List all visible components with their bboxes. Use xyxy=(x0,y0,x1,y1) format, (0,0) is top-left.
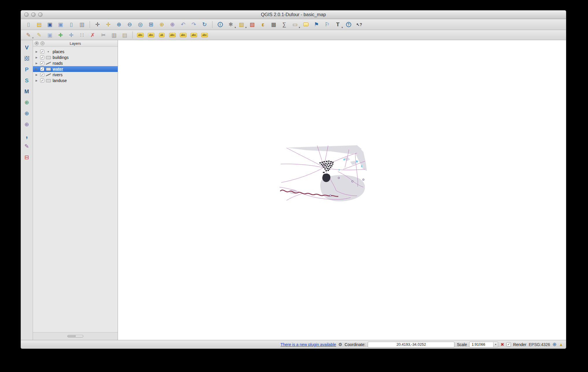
map-tips-button[interactable] xyxy=(300,20,311,29)
text-annotation-button[interactable]: T xyxy=(332,20,343,29)
node-tool-button[interactable]: ∷ xyxy=(77,31,87,39)
expand-arrow-icon[interactable] xyxy=(36,62,38,65)
coordinate-input[interactable] xyxy=(368,342,454,347)
select-by-expression-button[interactable]: ε xyxy=(258,20,268,29)
cut-features-button[interactable]: ✂ xyxy=(98,31,109,39)
move-label-button[interactable]: abc xyxy=(178,31,188,39)
layer-visibility-checkbox[interactable] xyxy=(40,50,44,54)
measure-button[interactable]: ▭ xyxy=(290,20,300,29)
change-label-properties-button[interactable]: abc xyxy=(146,31,156,39)
layer-visibility-checkbox[interactable] xyxy=(40,73,44,77)
toolbar-button-icon: abc xyxy=(169,33,176,37)
render-checkbox[interactable] xyxy=(506,342,511,347)
add-delimited-text-layer-button[interactable]: , xyxy=(21,131,32,140)
toggle-editing-button[interactable]: ✎ xyxy=(34,31,45,39)
add-wms-layer-button[interactable]: ⊕ xyxy=(21,98,32,107)
open-project-button[interactable]: ▤ xyxy=(34,20,45,29)
message-log-icon[interactable] xyxy=(559,342,563,347)
expand-arrow-icon[interactable] xyxy=(36,51,38,53)
refresh-map-button[interactable]: ↻ xyxy=(199,20,210,29)
scale-combobox[interactable]: 1:91066 xyxy=(469,342,498,347)
scale-combo-arrow-icon[interactable] xyxy=(493,342,498,347)
tab-layers[interactable] xyxy=(67,335,75,337)
expand-arrow-icon[interactable] xyxy=(36,56,38,59)
zoom-window-button[interactable] xyxy=(38,12,42,17)
save-project-as-button[interactable]: ▣ xyxy=(55,20,66,29)
add-feature-button[interactable]: ✚ xyxy=(55,31,66,39)
zoom-to-layer-button[interactable]: ⊕ xyxy=(167,20,178,29)
new-shapefile-layer-button[interactable]: ✎ xyxy=(21,142,32,150)
add-vector-layer-button[interactable]: V xyxy=(21,43,32,52)
map-canvas[interactable] xyxy=(118,40,566,340)
paste-features-button[interactable]: ▤ xyxy=(119,31,130,39)
new-plugin-link[interactable]: There is a new plugin available xyxy=(280,342,336,347)
add-wcs-layer-button[interactable]: ⊕ xyxy=(21,109,32,118)
zoom-out-button[interactable]: ⊖ xyxy=(124,20,135,29)
select-features-button[interactable]: ▧ xyxy=(236,20,247,29)
highlight-pinned-labels-button[interactable]: abc xyxy=(167,31,178,39)
close-window-button[interactable] xyxy=(24,12,29,17)
plugin-icon[interactable] xyxy=(339,342,342,347)
tab-browser[interactable] xyxy=(75,335,83,337)
toolbar-button-icon: V xyxy=(25,45,29,50)
save-layer-edits-button[interactable]: ▣ xyxy=(45,31,55,39)
zoom-full-button[interactable]: ⊞ xyxy=(146,20,156,29)
copy-features-button[interactable]: ▥ xyxy=(109,31,119,39)
expand-arrow-icon[interactable] xyxy=(36,79,38,82)
coordinate-label: Coordinate: xyxy=(345,342,365,347)
layer-label: buildings xyxy=(53,55,69,60)
expand-arrow-icon[interactable] xyxy=(36,74,38,76)
new-bookmark-button[interactable]: ⚑ xyxy=(311,20,322,29)
zoom-next-button[interactable]: ↷ xyxy=(188,20,199,29)
remove-layer-button[interactable]: ⊟ xyxy=(21,153,32,161)
add-raster-layer-button[interactable] xyxy=(21,54,32,63)
rotate-label-button[interactable]: abc xyxy=(188,31,199,39)
save-project-button[interactable]: ▣ xyxy=(45,20,55,29)
help-contents-button[interactable]: ? xyxy=(343,20,354,29)
current-edits-button[interactable]: ✎ xyxy=(23,31,34,39)
run-feature-action-button[interactable]: ✱ xyxy=(225,20,236,29)
stop-rendering-icon[interactable] xyxy=(500,342,504,347)
labeling-button[interactable]: abc xyxy=(135,31,146,39)
show-hide-labels-button[interactable]: abc xyxy=(199,31,210,39)
delete-selected-button[interactable]: ✗ xyxy=(87,31,98,39)
move-feature-button[interactable]: ✛ xyxy=(66,31,77,39)
layer-row-water[interactable]: water xyxy=(33,66,118,72)
add-mssql-layer-button[interactable]: M xyxy=(21,87,32,96)
new-project-button[interactable]: ▯ xyxy=(23,20,34,29)
new-print-composer-button[interactable]: ▯ xyxy=(66,20,77,29)
field-calculator-button[interactable]: ∑ xyxy=(279,20,290,29)
layer-row-roads[interactable]: roads xyxy=(33,60,118,66)
titlebar[interactable]: QGIS 2.0.1-Dufour - basic_map xyxy=(21,10,566,19)
composer-manager-button[interactable]: ▥ xyxy=(77,20,87,29)
add-spatialite-layer-button[interactable]: S xyxy=(21,76,32,85)
layer-row-buildings[interactable]: buildings xyxy=(33,55,118,60)
deselect-features-button[interactable]: ▧ xyxy=(247,20,258,29)
minimize-window-button[interactable] xyxy=(31,12,36,17)
layer-visibility-checkbox[interactable] xyxy=(40,79,44,83)
pan-map-button[interactable]: ✛ xyxy=(92,20,103,29)
layer-visibility-checkbox[interactable] xyxy=(40,55,44,59)
status-bar: There is a new plugin available Coordina… xyxy=(21,340,566,349)
show-bookmarks-button[interactable]: ⚐ xyxy=(322,20,332,29)
crs-status-label[interactable]: EPSG:4326 xyxy=(529,342,550,347)
zoom-native-resolution-button[interactable]: ◎ xyxy=(135,20,146,29)
whats-this-button[interactable]: ↖? xyxy=(354,20,365,29)
toolbar-button-icon: ▧ xyxy=(239,22,244,27)
zoom-in-button[interactable]: ⊕ xyxy=(114,20,124,29)
layer-visibility-checkbox[interactable] xyxy=(40,67,44,71)
zoom-to-selection-button[interactable]: ⊕ xyxy=(156,20,167,29)
zoom-last-button[interactable]: ↶ xyxy=(178,20,188,29)
layer-row-places[interactable]: places xyxy=(33,49,118,55)
crs-status-icon[interactable] xyxy=(552,342,556,347)
expand-arrow-icon[interactable] xyxy=(36,68,38,70)
identify-features-button[interactable]: i xyxy=(215,20,225,29)
layer-row-landuse[interactable]: landuse xyxy=(33,78,118,83)
pan-to-selection-button[interactable]: ✛ xyxy=(103,20,114,29)
pin-labels-button[interactable]: ab xyxy=(156,31,167,39)
layer-visibility-checkbox[interactable] xyxy=(40,61,44,65)
add-postgis-layer-button[interactable]: P xyxy=(21,65,32,74)
open-attribute-table-button[interactable]: ▦ xyxy=(268,20,279,29)
layer-row-rivers[interactable]: rivers xyxy=(33,72,118,78)
add-wfs-layer-button[interactable]: ⊕ xyxy=(21,120,32,129)
